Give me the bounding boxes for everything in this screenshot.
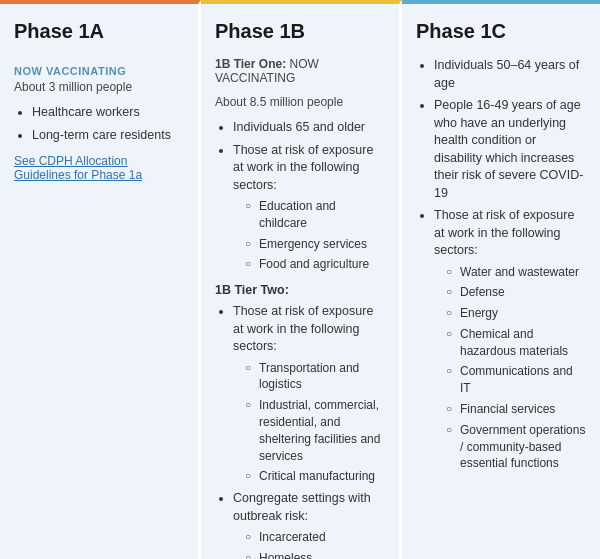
- list-item: Energy: [446, 305, 586, 322]
- list-item: Industrial, commercial, residential, and…: [245, 397, 385, 464]
- list-item: Defense: [446, 284, 586, 301]
- phase-1b-title: Phase 1B: [215, 20, 385, 43]
- list-item: Incarcerated: [245, 529, 385, 546]
- phase-1b-column: Phase 1B 1B Tier One: NOW VACCINATING Ab…: [201, 0, 402, 559]
- list-item: Communications and IT: [446, 363, 586, 397]
- list-item: Long-term care residents: [32, 127, 184, 145]
- phase-1a-now-vaccinating: NOW VACCINATING: [14, 65, 184, 77]
- phase-1a-column: Phase 1A NOW VACCINATING About 3 million…: [0, 0, 201, 559]
- phase-1a-link[interactable]: See CDPH Allocation Guidelines for Phase…: [14, 154, 184, 182]
- phase-1a-about: About 3 million people: [14, 80, 184, 94]
- phase-1c-sub-list: Water and wastewater Defense Energy Chem…: [434, 264, 586, 473]
- phase-1b-tier-two-sub-list: Transportation and logistics Industrial,…: [233, 360, 385, 486]
- list-item: Water and wastewater: [446, 264, 586, 281]
- phase-1b-tier-one-about: About 8.5 million people: [215, 95, 385, 109]
- list-item: Individuals 65 and older: [233, 119, 385, 137]
- phase-1b-tier-one-sub-list: Education and childcare Emergency servic…: [233, 198, 385, 273]
- list-item: Homeless: [245, 550, 385, 559]
- list-item: Financial services: [446, 401, 586, 418]
- list-item: Transportation and logistics: [245, 360, 385, 394]
- phase-1b-tier-one-header: 1B Tier One: NOW VACCINATING: [215, 57, 385, 85]
- phase-1b-tier-one-list: Individuals 65 and older Those at risk o…: [215, 119, 385, 273]
- phase-1b-outbreak-sub-list: Incarcerated Homeless: [233, 529, 385, 559]
- phase-1c-column: Phase 1C Individuals 50–64 years of age …: [402, 0, 600, 559]
- tier-one-label: 1B Tier One:: [215, 57, 286, 71]
- list-item: Government operations / community-based …: [446, 422, 586, 472]
- list-item: Healthcare workers: [32, 104, 184, 122]
- list-item: Individuals 50–64 years of age: [434, 57, 586, 92]
- list-item: Critical manufacturing: [245, 468, 385, 485]
- list-item: Emergency services: [245, 236, 385, 253]
- list-item: Those at risk of exposure at work in the…: [233, 142, 385, 274]
- list-item: Congregate settings with outbreak risk: …: [233, 490, 385, 559]
- phase-1c-list: Individuals 50–64 years of age People 16…: [416, 57, 586, 472]
- list-item: Food and agriculture: [245, 256, 385, 273]
- list-item: Those at risk of exposure at work in the…: [233, 303, 385, 485]
- phase-1a-list: Healthcare workers Long-term care reside…: [14, 104, 184, 144]
- list-item: Education and childcare: [245, 198, 385, 232]
- phase-1c-title: Phase 1C: [416, 20, 586, 43]
- list-item: People 16-49 years of age who have an un…: [434, 97, 586, 202]
- phase-1b-tier-two-label: 1B Tier Two:: [215, 283, 385, 297]
- phase-1a-title: Phase 1A: [14, 20, 184, 43]
- list-item: Chemical and hazardous materials: [446, 326, 586, 360]
- list-item: Those at risk of exposure at work in the…: [434, 207, 586, 472]
- phase-1b-tier-two-list: Those at risk of exposure at work in the…: [215, 303, 385, 559]
